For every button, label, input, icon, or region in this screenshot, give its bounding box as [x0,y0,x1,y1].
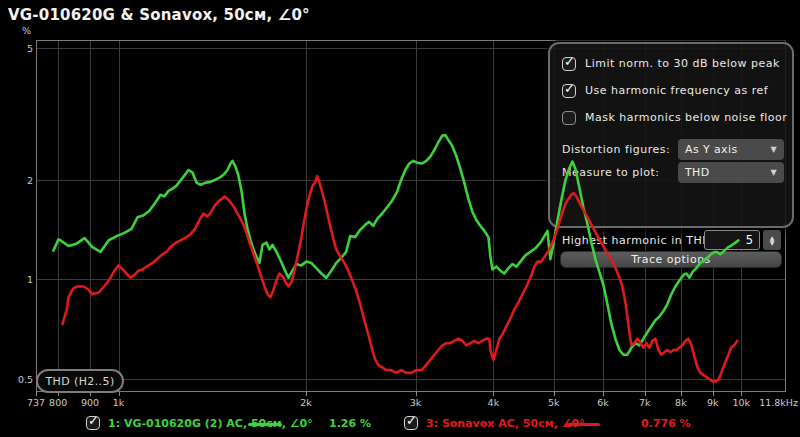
settings-checkbox-row: Mask harmonics below noise floor [562,110,787,125]
dropdown-label: Measure to plot: [562,166,660,179]
x-tick-label: 7k [639,397,651,408]
app-window: VG-010620G & Sonavox, 50см, ∠0° % 737800… [0,0,800,437]
legend-swatch-sonavox [566,423,600,426]
x-tick-label: 2k [300,397,312,408]
x-tick-label: 900 [81,397,99,408]
dropdown-select[interactable]: As Y axis▼ [678,139,784,160]
checked-checkbox[interactable]: ✓ [562,57,576,71]
legend-label-vg[interactable]: 1: VG-010620G (2) AC, 50см, ∠0° [108,417,313,430]
x-tick-label: 6k [597,397,609,408]
settings-checkbox-row: ✓Limit norm. to 30 dB below peak [562,56,780,71]
x-tick-label: 11.8kHz [759,397,798,408]
legend-checkbox-vg[interactable]: ✓ [86,416,100,430]
x-tick-label: 8k [675,397,687,408]
checked-checkbox[interactable]: ✓ [404,416,418,430]
legend-swatch-vg [248,423,282,426]
check-icon: ✓ [564,81,575,96]
dropdown-label: Distortion figures: [562,143,670,156]
chevron-down-icon: ▼ [770,168,777,177]
x-tick-mark [681,392,682,396]
measurement-type-badge: THD (H2..5) [36,369,124,393]
legend-thd-value-vg: 1.26 % [329,417,371,430]
settings-checkbox-label: Mask harmonics below noise floor [585,111,787,124]
y-tick-label: 1 [2,274,33,285]
x-tick-label: 1k [113,397,125,408]
settings-dropdown-row: Measure to plot:THD▼ [562,162,784,183]
stepper-down-icon[interactable]: ▼ [770,240,775,245]
dropdown-value: As Y axis [685,143,738,156]
x-tick-label: 737 [27,397,45,408]
x-tick-mark [554,392,555,396]
x-tick-label: 9k [707,397,719,408]
x-tick-mark [741,392,742,396]
check-icon: ✓ [88,413,99,428]
x-tick-label: 800 [49,397,67,408]
y-tick-label: 2 [2,174,33,185]
checked-checkbox[interactable]: ✓ [86,416,100,430]
check-icon: ✓ [406,413,417,428]
x-tick-mark [306,392,307,396]
trace-options-button[interactable]: Trace options [560,251,782,268]
checked-checkbox[interactable]: ✓ [562,84,576,98]
x-tick-label: 5k [548,397,560,408]
unchecked-checkbox[interactable] [562,111,576,125]
settings-checkbox-label: Limit norm. to 30 dB below peak [585,57,780,70]
x-tick-label: 3k [410,397,422,408]
x-tick-mark [493,392,494,396]
x-tick-label: 4k [488,397,500,408]
highest-harmonic-stepper[interactable]: ▲ ▼ [763,230,781,250]
highest-harmonic-label: Highest harmonic in THD: [562,234,715,247]
x-tick-mark [645,392,646,396]
dropdown-select[interactable]: THD▼ [678,162,784,183]
settings-checkbox-label: Use harmonic frequency as ref [585,84,768,97]
y-axis-unit-label: % [22,25,31,36]
legend-thd-value-sonavox: 0.776 % [641,417,691,430]
distortion-settings-panel: ✓Limit norm. to 30 dB below peak✓Use har… [548,42,794,228]
chevron-down-icon: ▼ [770,145,777,154]
dropdown-value: THD [685,166,710,179]
settings-dropdown-row: Distortion figures:As Y axis▼ [562,139,784,160]
legend-checkbox-sonavox[interactable]: ✓ [404,416,418,430]
x-tick-mark [119,392,120,396]
page-title: VG-010620G & Sonavox, 50см, ∠0° [8,6,310,24]
x-tick-label: 10k [732,397,750,408]
x-tick-mark [603,392,604,396]
x-tick-mark [713,392,714,396]
y-tick-label: 5 [2,43,33,54]
x-tick-mark [36,392,37,396]
legend-label-sonavox[interactable]: 3: Sonavox AC, 50см, ∠0° [426,417,585,430]
y-tick-label: 0.5 [2,373,33,384]
highest-harmonic-input[interactable]: 5 [704,230,760,250]
settings-checkbox-row: ✓Use harmonic frequency as ref [562,83,768,98]
x-tick-mark [416,392,417,396]
check-icon: ✓ [564,54,575,69]
